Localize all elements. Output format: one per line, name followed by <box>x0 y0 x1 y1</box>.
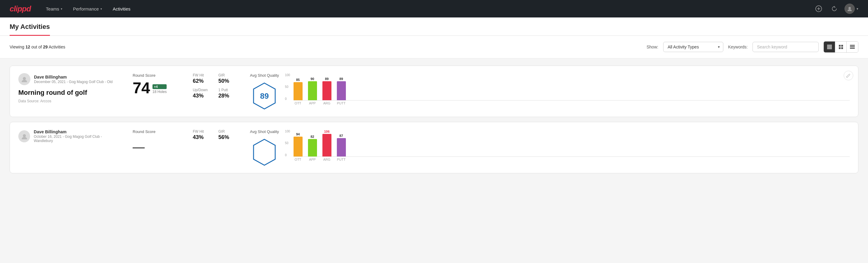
score-partial <box>133 136 145 148</box>
main-content: Dave Billingham December 05, 2021 - Gog … <box>0 58 868 180</box>
nav-performance[interactable]: Performance ▾ <box>68 0 107 18</box>
avg-shot-quality-label: Avg Shot Quality <box>250 73 279 78</box>
list-detailed-view-button[interactable] <box>847 41 858 52</box>
x-label-app: APP <box>308 101 317 105</box>
nav-activities[interactable]: Activities <box>107 0 136 18</box>
stats-section-2: FW Hit 43% GIR 56% <box>193 129 238 141</box>
y-label-50: 50 <box>285 85 290 88</box>
user-date: December 05, 2021 - Gog Magog Golf Club … <box>34 80 113 84</box>
grid-icon <box>839 45 843 49</box>
user-name-2: Dave Billingham <box>34 129 121 134</box>
stat-grid: FW Hit 62% GIR 50% Up/Down 43% 1 Putt 28… <box>193 73 238 99</box>
show-label: Show: <box>647 45 658 49</box>
card-left: Dave Billingham December 05, 2021 - Gog … <box>18 73 121 103</box>
user-date-2: October 16, 2021 - Gog Magog Golf Club -… <box>34 135 121 143</box>
user-info-2: Dave Billingham October 16, 2021 - Gog M… <box>18 129 121 143</box>
bar-ott-value-2: 94 <box>296 133 300 136</box>
hexagon-value: 89 <box>260 91 269 101</box>
stat-grid-2: FW Hit 43% GIR 56% <box>193 129 238 141</box>
y-label-0-2: 0 <box>285 153 290 157</box>
bar-arg-fill-2 <box>322 134 332 156</box>
activity-type-select-wrapper: All Activity Types ▾ <box>663 42 723 52</box>
svg-marker-18 <box>253 139 275 165</box>
x-label-putt-2: PUTT <box>337 158 346 161</box>
x-label-arg: ARG <box>322 101 332 105</box>
svg-point-3 <box>848 7 851 9</box>
avatar-chevron-icon: ▾ <box>857 7 858 11</box>
bar-app-fill <box>308 81 317 100</box>
x-label-arg-2: ARG <box>322 158 332 161</box>
svg-rect-7 <box>827 49 832 49</box>
bar-chart: 100 50 0 85 90 <box>285 74 850 110</box>
bar-ott-fill-2 <box>293 137 303 156</box>
bar-arg-value-2: 106 <box>324 130 329 133</box>
bar-ott: 85 <box>293 78 303 100</box>
y-label-100-2: 100 <box>285 130 290 133</box>
nav-items: Teams ▾ Performance ▾ Activities <box>40 0 804 18</box>
avg-shot-quality-label-2: Avg Shot Quality <box>250 129 279 134</box>
user-info: Dave Billingham December 05, 2021 - Gog … <box>18 73 121 85</box>
bar-app-value: 90 <box>310 77 314 81</box>
hexagon-svg-2 <box>252 139 276 166</box>
activity-title: Morning round of golf <box>18 89 121 96</box>
stat-gir: GIR 50% <box>218 73 238 84</box>
page-title: My Activities <box>10 18 50 36</box>
svg-rect-9 <box>841 45 843 47</box>
x-label-ott-2: OTT <box>293 158 303 161</box>
page-header: My Activities <box>0 18 868 36</box>
svg-rect-4 <box>827 45 832 46</box>
bar-app-value-2: 82 <box>310 135 314 139</box>
nav-teams[interactable]: Teams ▾ <box>40 0 68 18</box>
viewing-total: 29 <box>43 45 48 49</box>
svg-rect-11 <box>841 47 843 49</box>
user-avatar <box>18 73 30 85</box>
stat-updown: Up/Down 43% <box>193 88 212 99</box>
viewing-count: 12 <box>26 45 30 49</box>
stat-1putt: 1 Putt 28% <box>218 88 238 99</box>
list-compact-icon <box>827 45 832 49</box>
bar-putt: 89 <box>337 77 346 100</box>
filter-bar: Viewing 12 out of 29 Activities Show: Al… <box>0 36 868 58</box>
y-label-0: 0 <box>285 97 290 100</box>
svg-rect-8 <box>839 45 841 47</box>
bar-putt-2: 87 <box>337 134 346 156</box>
bar-putt-fill-2 <box>337 138 346 156</box>
add-button[interactable] <box>813 3 824 14</box>
bar-ott-2: 94 <box>293 133 303 156</box>
bar-app-2: 82 <box>308 135 317 156</box>
bar-arg: 89 <box>322 77 332 100</box>
activity-type-select[interactable]: All Activity Types <box>663 42 723 52</box>
bar-app-fill-2 <box>308 139 317 156</box>
refresh-button[interactable] <box>829 3 840 14</box>
activity-card-2: Dave Billingham October 16, 2021 - Gog M… <box>10 122 858 173</box>
svg-point-15 <box>23 77 26 80</box>
navbar: clippd Teams ▾ Performance ▾ Activities <box>0 0 868 18</box>
logo[interactable]: clippd <box>10 4 31 13</box>
nav-right: ▾ <box>813 3 858 14</box>
svg-rect-13 <box>850 46 855 47</box>
svg-rect-12 <box>850 45 855 46</box>
bar-app: 90 <box>308 77 317 100</box>
add-icon <box>815 5 822 12</box>
shot-quality-section-2: Avg Shot Quality 100 50 0 <box>250 129 850 166</box>
performance-chevron-icon: ▾ <box>100 7 102 10</box>
refresh-icon <box>831 6 837 12</box>
stat-gir-2: GIR 56% <box>218 129 238 141</box>
stats-section: FW Hit 62% GIR 50% Up/Down 43% 1 Putt 28… <box>193 73 238 99</box>
data-source: Data Source: Arccos <box>18 99 121 103</box>
hexagon-2 <box>252 139 276 166</box>
svg-rect-5 <box>827 46 832 47</box>
bar-ott-fill <box>293 82 303 100</box>
round-score-section: Round Score 74 +4 18 Holes <box>133 73 181 96</box>
grid-view-button[interactable] <box>835 41 847 52</box>
bar-arg-2: 106 <box>322 130 332 156</box>
search-input[interactable] <box>752 42 819 52</box>
list-compact-view-button[interactable] <box>824 41 835 52</box>
bar-putt-value: 89 <box>339 77 343 81</box>
view-toggle <box>824 41 858 53</box>
activity-card: Dave Billingham December 05, 2021 - Gog … <box>10 66 858 117</box>
round-score-label: Round Score <box>133 73 181 78</box>
round-score-label-2: Round Score <box>133 129 181 134</box>
stat-fw-hit: FW Hit 62% <box>193 73 212 84</box>
user-avatar-button[interactable]: ▾ <box>844 4 858 14</box>
